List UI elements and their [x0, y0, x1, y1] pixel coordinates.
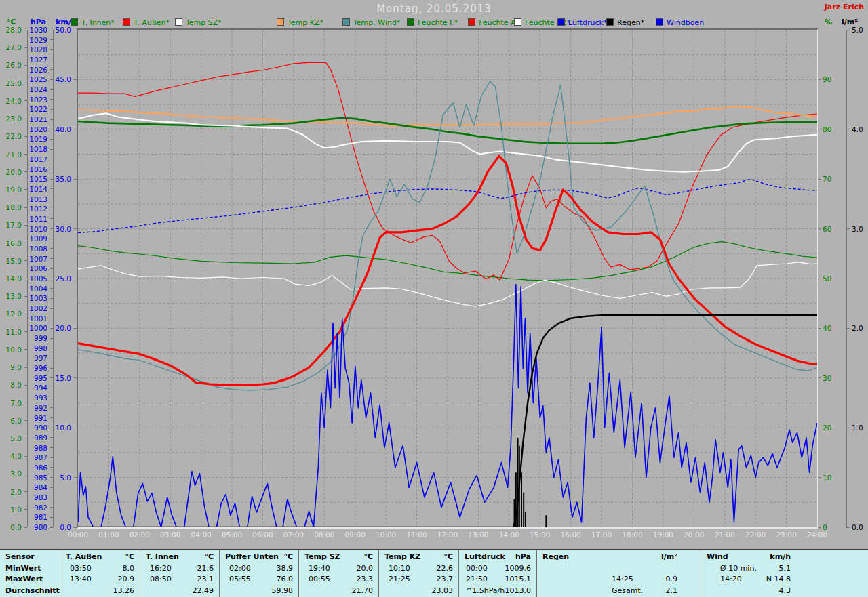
axis-tick-label-hpa: 990	[22, 424, 47, 432]
axis-tick-hpa	[50, 487, 53, 488]
axis-tick-label-hpa: 1016	[22, 165, 47, 173]
axis-tick-label-hpa: 983	[22, 493, 47, 501]
table-row-label: MinWert	[0, 563, 60, 575]
table-col-header: Temp SZ°C	[299, 552, 378, 563]
axis-tick-hpa	[50, 497, 53, 497]
axis-tick-label-lm2: 2.0	[852, 324, 868, 332]
legend-item-temp-sz-[interactable]: Temp SZ*	[175, 18, 222, 26]
axis-tick-label-tempC: 26.0	[0, 61, 22, 69]
legend-item-temp-wind-[interactable]: Temp. Wind*	[342, 18, 400, 26]
table-row-label: MaxWert	[0, 574, 60, 585]
x-axis-label: 19:00	[650, 531, 677, 539]
table-cell: ^1.5hPa/h1013.0	[459, 585, 536, 597]
axis-tick-label-hpa: 1002	[22, 304, 47, 312]
table-col-header: T. Außen°C	[60, 552, 140, 563]
table-cell: 10:1022.6	[379, 563, 458, 575]
legend-item-feuchte-i-[interactable]: Feuchte I.*	[407, 18, 458, 26]
axis-tick-hpa	[50, 169, 53, 169]
axis-tick-hpa	[50, 398, 53, 398]
axis-tick-label-hpa: 1017	[22, 155, 47, 163]
table-cell: 00:001009.6	[459, 563, 536, 575]
axis-tick-lm2	[846, 527, 850, 528]
axis-tick-label-hpa: 1007	[22, 255, 47, 263]
axis-tick-hpa	[50, 69, 53, 70]
axis-tick-hpa	[50, 298, 53, 299]
axis-tick-hpa	[50, 437, 53, 438]
table-cell: 21:2523.7	[379, 574, 458, 585]
axis-tick-label-hpa: 996	[22, 364, 47, 372]
axis-tick-label-pct: 10	[823, 474, 848, 482]
axis-tick-hpa	[50, 348, 53, 348]
legend-item-t-au-en-[interactable]: T. Außen*	[123, 18, 170, 26]
legend-swatch-icon	[606, 18, 614, 26]
axis-tick-label-pct: 90	[823, 75, 848, 83]
legend-item-windb-en[interactable]: Windböen	[656, 18, 704, 26]
axis-tick-label-tempC: 11.0	[0, 328, 22, 336]
axis-tick-label-hpa: 992	[22, 404, 47, 412]
legend-swatch-icon	[656, 18, 663, 26]
axis-tick-hpa	[50, 258, 53, 259]
chart-plot	[78, 30, 817, 527]
legend-item-label: Temp SZ*	[186, 18, 222, 27]
watermark-label: Jarz Erich	[825, 3, 864, 12]
axis-tick-lm2	[846, 129, 850, 129]
legend-item-t-innen-[interactable]: T. Innen*	[71, 18, 115, 26]
axis-tick-label-kmh: 45.0	[45, 75, 71, 83]
legend-item-temp-kz-[interactable]: Temp KZ*	[277, 18, 323, 26]
legend-swatch-icon	[468, 18, 475, 26]
legend-item-luftdruck-[interactable]: Luftdruck*	[557, 18, 607, 26]
table-cell: 13.26	[60, 585, 140, 597]
axis-tick-label-tempC: 24.0	[0, 97, 22, 105]
x-axis-label: 10:00	[372, 531, 399, 539]
axis-tick-hpa	[50, 288, 53, 289]
axis-tick-label-hpa: 1012	[22, 205, 47, 213]
axis-tick-label-hpa: 1027	[22, 56, 47, 64]
x-axis-label: 09:00	[342, 531, 369, 539]
axis-tick-label-tempC: 12.0	[0, 310, 22, 318]
table-col-temp-kz: Temp KZ°C10:1022.621:2523.723.03	[378, 550, 458, 597]
x-axis-label: 13:00	[465, 531, 492, 539]
table-col-header: Puffer Unten°C	[220, 552, 298, 563]
table-cell: 59.98	[220, 585, 298, 597]
table-col-header: LuftdruckhPa	[459, 552, 536, 563]
table-cell: 13:4020.9	[60, 574, 140, 585]
x-axis-label: 24:00	[804, 531, 831, 539]
table-cell: 19:4020.0	[299, 563, 378, 575]
axis-tick-label-hpa: 1030	[22, 26, 47, 34]
axis-tick-hpa	[50, 308, 53, 309]
axis-tick-label-lm2: 5.0	[852, 26, 868, 34]
axis-tick-label-kmh: 35.0	[45, 175, 71, 183]
table-row-label: Sensor	[0, 552, 60, 563]
plot-frame	[77, 28, 818, 529]
table-cell: 4.3	[701, 585, 867, 597]
axis-tick-label-tempC: 23.0	[0, 115, 22, 123]
table-col-header: Windkm/h	[701, 552, 867, 563]
x-axis-label: 14:00	[496, 531, 523, 539]
table-col-puffer-unten: Puffer Unten°C02:0038.905:5576.059.98	[219, 550, 298, 597]
axis-tick-label-hpa: 1020	[22, 125, 47, 133]
axis-tick-label-hpa: 1019	[22, 135, 47, 143]
axis-tick-label-pct: 80	[823, 125, 848, 133]
table-col-wind: Windkm/hØ 10 min.5.114:20N 14.84.3	[701, 550, 867, 597]
axis-tick-label-tempC: 3.0	[0, 470, 22, 478]
axis-tick-label-pct: 70	[823, 175, 848, 183]
axis-tick-label-hpa: 982	[22, 503, 47, 512]
table-col-header: Regenl/m²	[537, 552, 701, 563]
legend-swatch-icon	[407, 18, 414, 26]
axis-tick-label-tempC: 20.0	[0, 168, 22, 176]
axis-tick-label-hpa: 1025	[22, 75, 47, 83]
x-axis-label: 04:00	[188, 531, 215, 539]
axis-tick-label-kmh: 40.0	[45, 125, 71, 133]
axis-tick-label-hpa: 984	[22, 483, 47, 491]
axis-tick-hpa	[50, 49, 53, 50]
legend-item-regen-[interactable]: Regen*	[606, 18, 644, 26]
axis-tick-label-hpa: 1005	[22, 274, 47, 283]
axis-tick-label-pct: 20	[823, 424, 848, 432]
axis-tick-label-tempC: 19.0	[0, 186, 22, 194]
axis-tick-label-tempC: 14.0	[0, 274, 22, 283]
axis-tick-label-tempC: 8.0	[0, 381, 22, 389]
axis-tick-hpa	[50, 417, 53, 418]
axis-tick-label-hpa: 987	[22, 453, 47, 461]
axis-tick-label-hpa: 985	[22, 474, 47, 482]
axis-tick-hpa	[50, 199, 53, 199]
